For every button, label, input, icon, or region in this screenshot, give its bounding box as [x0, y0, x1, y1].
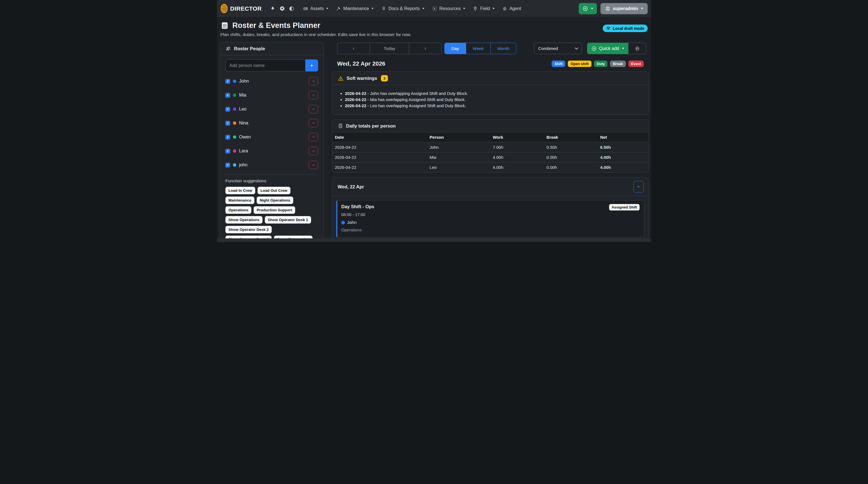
brand[interactable]: DIRECTOR: [221, 4, 262, 13]
function-chip[interactable]: Operations: [225, 206, 251, 214]
table-header-row: Date Person Work Break Net: [332, 132, 648, 142]
menu-label: Resources: [439, 6, 461, 11]
person-visible-checkbox[interactable]: ✓: [225, 163, 230, 167]
person-name: Owen: [239, 134, 306, 139]
function-chip[interactable]: Maintenance: [225, 196, 254, 204]
print-button[interactable]: [628, 43, 646, 54]
next-day-button[interactable]: ›: [409, 43, 441, 54]
quick-add-label: Quick add: [599, 46, 619, 51]
roster-people-panel: Roster People + ✓ John × ✓ Mia ×: [220, 42, 324, 242]
remove-person-button[interactable]: ×: [309, 147, 318, 155]
menu-docs-reports[interactable]: Docs & Reports: [378, 4, 428, 14]
quick-add-button[interactable]: Quick add: [587, 43, 628, 54]
chevron-down-icon: [326, 8, 329, 9]
person-row: ✓ Nina ×: [225, 117, 318, 129]
legend-badge-event: Event: [628, 61, 644, 67]
legend-badge-break: Break: [610, 61, 626, 67]
view-tab-week[interactable]: Week: [466, 43, 490, 54]
date-nav-group: ‹ Today ›: [337, 43, 441, 54]
chevron-down-icon: [575, 46, 579, 50]
person-visible-checkbox[interactable]: ✓: [225, 107, 230, 111]
warning-item: 2026-04-22 - John has overlapping Assign…: [345, 91, 643, 96]
menu-agent[interactable]: Agent: [499, 4, 524, 14]
schedule-event[interactable]: Day Shift - Ops Assigned Shift 08:00 - 1…: [336, 200, 644, 237]
prev-day-button[interactable]: ‹: [337, 43, 370, 54]
legend-badge-duty: Duty: [594, 61, 608, 67]
column-header: Person: [427, 132, 490, 142]
user-name: superadmin: [613, 6, 638, 11]
mode-badge-label: Local draft mode: [613, 26, 644, 31]
function-chip[interactable]: Night Operations: [257, 196, 293, 204]
page-subtitle: Plan shifts, duties, breaks, and product…: [220, 32, 603, 37]
bell-icon[interactable]: [269, 4, 277, 13]
column-header: Net: [598, 132, 648, 142]
remove-person-button[interactable]: ×: [309, 161, 318, 169]
robot-icon: [502, 6, 507, 11]
menu-maintenance[interactable]: Maintenance: [333, 4, 377, 14]
day-schedule-card: Wed, 22 Apr + Day Shift - Ops Assigned S…: [332, 177, 649, 242]
function-chip[interactable]: Load In Crew: [225, 187, 255, 194]
person-visible-checkbox[interactable]: ✓: [225, 93, 230, 98]
function-chip[interactable]: Show Operator Desk 1: [265, 216, 311, 224]
menu-resources[interactable]: Resources: [429, 4, 468, 14]
display-mode-select[interactable]: Combined: [534, 43, 582, 54]
menu-assets[interactable]: Assets: [300, 4, 332, 14]
legend: Shift Open shift Duty Break Event: [552, 61, 644, 67]
printer-icon: [634, 46, 640, 51]
plus-circle-icon: [591, 46, 597, 51]
person-row: ✓ Owen ×: [225, 131, 318, 143]
local-draft-mode-badge: Local draft mode: [603, 25, 648, 32]
day-card-title: Wed, 22 Apr: [338, 184, 364, 190]
remove-person-button[interactable]: ×: [309, 105, 318, 113]
warnings-title: Soft warnings: [347, 76, 377, 81]
function-chip[interactable]: Load Out Crew: [257, 187, 290, 194]
column-header: Break: [544, 132, 598, 142]
add-event-button[interactable]: +: [633, 181, 644, 193]
navbar-right: superadmin: [579, 3, 648, 14]
person-color-dot: [233, 107, 236, 111]
menu-label: Field: [480, 6, 490, 11]
calculator-icon: [338, 123, 343, 129]
view-switcher: Day Week Month: [444, 43, 517, 54]
remove-person-button[interactable]: ×: [309, 91, 318, 99]
quick-add-group: Quick add: [587, 43, 646, 54]
view-tab-day[interactable]: Day: [444, 43, 466, 54]
person-row: ✓ john ×: [225, 159, 318, 171]
function-chip[interactable]: Show Operations: [225, 216, 262, 224]
chevron-down-icon: [371, 8, 374, 9]
divider: [225, 174, 318, 174]
person-visible-checkbox[interactable]: ✓: [225, 121, 230, 126]
function-chip[interactable]: Show Operator Desk 2: [225, 226, 272, 233]
remove-person-button[interactable]: ×: [309, 119, 318, 127]
event-person-name: John: [347, 220, 356, 225]
add-person-group: +: [225, 60, 318, 71]
menu-label: Assets: [310, 6, 324, 11]
person-visible-checkbox[interactable]: ✓: [225, 79, 230, 84]
person-row: ✓ Leo ×: [225, 103, 318, 115]
add-person-button[interactable]: +: [305, 60, 318, 71]
menu-field[interactable]: Field: [469, 4, 498, 14]
contrast-icon[interactable]: [287, 4, 296, 13]
bottom-scroll-strip[interactable]: [217, 238, 651, 242]
event-type-badge: Assigned Shift: [609, 204, 640, 211]
add-person-input[interactable]: [225, 60, 305, 71]
person-name: john: [239, 162, 306, 167]
person-visible-checkbox[interactable]: ✓: [225, 135, 230, 139]
remove-person-button[interactable]: ×: [309, 77, 318, 86]
person-visible-checkbox[interactable]: ✓: [225, 149, 230, 154]
user-menu-button[interactable]: superadmin: [600, 3, 648, 14]
warning-item: 2026-04-22 - Mia has overlapping Assigne…: [345, 97, 643, 102]
function-chip[interactable]: Production Support: [254, 206, 295, 214]
remove-person-button[interactable]: ×: [309, 133, 318, 141]
quick-create-button[interactable]: [579, 3, 597, 14]
person-row: ✓ John ×: [225, 75, 318, 87]
person-circle-icon: [605, 6, 611, 11]
function-suggestions: Load In Crew Load Out Crew Maintenance N…: [225, 187, 318, 242]
hammer-icon: [336, 6, 341, 11]
daily-totals-panel: Daily totals per person Date Person Work…: [332, 120, 649, 172]
today-button[interactable]: Today: [370, 43, 409, 54]
event-title: Day Shift - Ops: [341, 204, 374, 209]
send-icon[interactable]: [278, 4, 286, 13]
warning-triangle-icon: [338, 75, 344, 82]
view-tab-month[interactable]: Month: [490, 43, 517, 54]
